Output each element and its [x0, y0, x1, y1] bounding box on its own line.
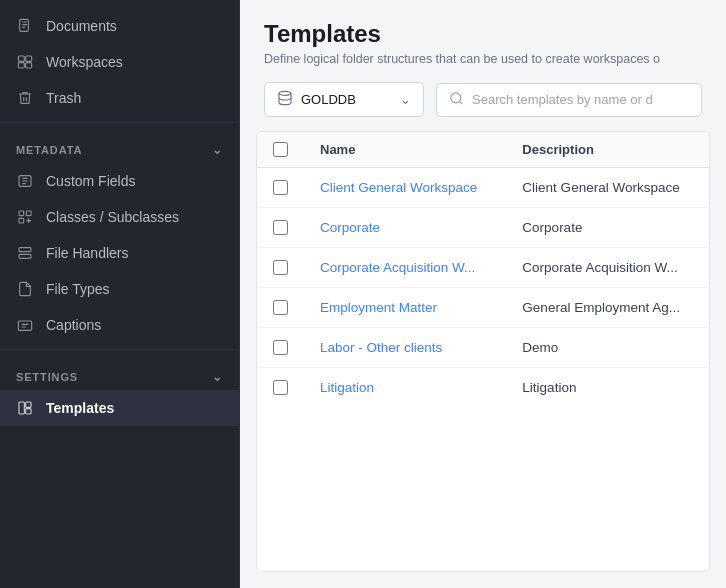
table-row: Labor - Other clients Demo [257, 328, 709, 368]
templates-table-container: Name Description Client General Workspac… [256, 131, 710, 572]
sidebar-item-file-handlers[interactable]: File Handlers [0, 235, 239, 271]
captions-icon [16, 316, 34, 334]
file-handlers-icon [16, 244, 34, 262]
row-description-cell: Corporate Acquisition W... [506, 248, 709, 288]
sidebar-item-label: Workspaces [46, 54, 123, 70]
templates-table: Name Description Client General Workspac… [257, 132, 709, 407]
select-all-header [257, 132, 304, 168]
svg-rect-3 [18, 63, 24, 68]
row-name-cell: Labor - Other clients [304, 328, 506, 368]
svg-rect-13 [26, 402, 31, 407]
row-name-cell: Litigation [304, 368, 506, 408]
row-description-cell: Demo [506, 328, 709, 368]
svg-rect-0 [20, 19, 29, 31]
svg-rect-9 [19, 248, 31, 252]
row-name-cell: Corporate [304, 208, 506, 248]
sidebar-item-label: Trash [46, 90, 81, 106]
table-header: Name Description [257, 132, 709, 168]
row-name-link[interactable]: Client General Workspace [320, 180, 477, 195]
name-header: Name [304, 132, 506, 168]
svg-rect-6 [19, 211, 24, 216]
row-checkbox-cell [257, 168, 304, 208]
custom-fields-icon [16, 172, 34, 190]
row-checkbox-0[interactable] [273, 180, 288, 195]
chevron-down-icon: ⌄ [212, 143, 223, 157]
toolbar: GOLDDB ⌄ Search templates by name or d [240, 82, 726, 131]
row-checkbox-cell [257, 328, 304, 368]
row-description-cell: Corporate [506, 208, 709, 248]
sidebar-item-custom-fields[interactable]: Custom Fields [0, 163, 239, 199]
sidebar-item-file-types[interactable]: File Types [0, 271, 239, 307]
chevron-down-icon2: ⌄ [212, 370, 223, 384]
sidebar-item-label: Templates [46, 400, 114, 416]
description-header: Description [506, 132, 709, 168]
sidebar: Documents Workspaces Trash METADATA ⌄ Cu… [0, 0, 240, 588]
database-icon [277, 90, 293, 109]
svg-rect-1 [18, 56, 24, 61]
workspaces-icon [16, 53, 34, 71]
row-description-cell: Client General Workspace [506, 168, 709, 208]
templates-icon [16, 399, 34, 417]
row-name-cell: Corporate Acquisition W... [304, 248, 506, 288]
svg-rect-12 [19, 402, 24, 414]
row-name-link[interactable]: Corporate Acquisition W... [320, 260, 475, 275]
search-icon [449, 91, 464, 109]
row-description-cell: General Employment Ag... [506, 288, 709, 328]
sidebar-item-label: Documents [46, 18, 117, 34]
sidebar-item-label: Captions [46, 317, 101, 333]
sidebar-item-captions[interactable]: Captions [0, 307, 239, 343]
svg-rect-8 [19, 218, 24, 223]
row-description-cell: Litigation [506, 368, 709, 408]
row-checkbox-cell [257, 288, 304, 328]
table-body: Client General Workspace Client General … [257, 168, 709, 408]
sidebar-item-classes[interactable]: Classes / Subclasses [0, 199, 239, 235]
row-name-link[interactable]: Employment Matter [320, 300, 437, 315]
row-checkbox-5[interactable] [273, 380, 288, 395]
sidebar-item-label: File Handlers [46, 245, 128, 261]
table-row: Litigation Litigation [257, 368, 709, 408]
svg-rect-4 [26, 63, 32, 68]
svg-rect-7 [26, 211, 31, 216]
svg-rect-10 [19, 254, 31, 258]
table-row: Corporate Corporate [257, 208, 709, 248]
sidebar-item-workspaces[interactable]: Workspaces [0, 44, 239, 80]
classes-icon [16, 208, 34, 226]
row-checkbox-1[interactable] [273, 220, 288, 235]
db-selector[interactable]: GOLDDB ⌄ [264, 82, 424, 117]
db-selector-value: GOLDDB [301, 92, 356, 107]
row-name-link[interactable]: Litigation [320, 380, 374, 395]
settings-section-label: SETTINGS ⌄ [0, 356, 239, 390]
sidebar-item-templates[interactable]: Templates [0, 390, 239, 426]
select-all-checkbox[interactable] [273, 142, 288, 157]
sidebar-item-trash[interactable]: Trash [0, 80, 239, 116]
row-checkbox-cell [257, 208, 304, 248]
file-types-icon [16, 280, 34, 298]
row-name-link[interactable]: Labor - Other clients [320, 340, 442, 355]
sidebar-item-label: File Types [46, 281, 110, 297]
row-checkbox-4[interactable] [273, 340, 288, 355]
row-checkbox-cell [257, 368, 304, 408]
sidebar-item-label: Custom Fields [46, 173, 135, 189]
divider2 [0, 349, 239, 350]
chevron-icon: ⌄ [400, 92, 411, 107]
svg-point-16 [451, 92, 461, 102]
svg-rect-11 [18, 321, 31, 330]
row-name-cell: Client General Workspace [304, 168, 506, 208]
svg-rect-14 [26, 409, 31, 414]
svg-point-15 [279, 91, 291, 95]
row-checkbox-cell [257, 248, 304, 288]
row-name-cell: Employment Matter [304, 288, 506, 328]
sidebar-item-documents[interactable]: Documents [0, 8, 239, 44]
document-icon [16, 17, 34, 35]
table-row: Corporate Acquisition W... Corporate Acq… [257, 248, 709, 288]
row-checkbox-2[interactable] [273, 260, 288, 275]
metadata-section-label: METADATA ⌄ [0, 129, 239, 163]
sidebar-item-label: Classes / Subclasses [46, 209, 179, 225]
row-name-link[interactable]: Corporate [320, 220, 380, 235]
search-box[interactable]: Search templates by name or d [436, 83, 702, 117]
page-subtitle: Define logical folder structures that ca… [264, 52, 702, 66]
table-row: Employment Matter General Employment Ag.… [257, 288, 709, 328]
svg-line-17 [459, 101, 462, 104]
main-header: Templates Define logical folder structur… [240, 0, 726, 82]
row-checkbox-3[interactable] [273, 300, 288, 315]
